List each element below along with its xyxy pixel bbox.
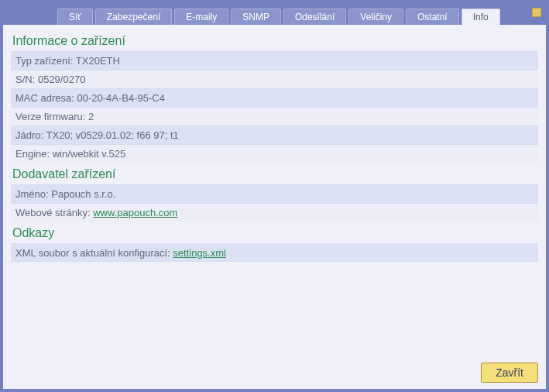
label-firmware: Verze firmwaru: — [15, 111, 85, 122]
row-engine: Engine: win/webkit v.525 — [11, 144, 538, 163]
tab-other[interactable]: Ostatní — [406, 9, 459, 25]
value-vendor-name: Papouch s.r.o. — [51, 188, 115, 200]
tab-quantities[interactable]: Veličiny — [348, 9, 403, 25]
label-xml: XML soubor s aktuální konfigurací: — [15, 247, 170, 259]
link-xml[interactable]: settings.xml — [173, 247, 226, 259]
value-mac: 00-20-4A-B4-95-C4 — [77, 92, 165, 104]
value-firmware: 2 — [88, 111, 94, 122]
label-vendor-name: Jméno: — [15, 188, 49, 200]
corner-indicator — [532, 8, 541, 17]
tab-info[interactable]: Info — [462, 9, 500, 25]
settings-window: Síť Zabezpečení E-maily SNMP Odesílání V… — [0, 0, 549, 392]
tab-sending[interactable]: Odesílání — [283, 9, 346, 25]
row-xml: XML soubor s aktuální konfigurací: setti… — [11, 243, 538, 262]
value-sn: 0529/0270 — [38, 74, 85, 85]
tab-emails[interactable]: E-maily — [174, 9, 228, 25]
close-button[interactable]: Zavřít — [481, 363, 538, 383]
row-mac: MAC adresa: 00-20-4A-B4-95-C4 — [11, 88, 538, 107]
content-area: Informace o zařízení Typ zařízení: TX20E… — [3, 25, 546, 358]
tab-security[interactable]: Zabezpečení — [95, 9, 172, 25]
tab-bar: Síť Zabezpečení E-maily SNMP Odesílání V… — [3, 3, 546, 25]
section-title-links: Odkazy — [11, 222, 538, 243]
value-engine: win/webkit v.525 — [53, 148, 125, 160]
tab-snmp[interactable]: SNMP — [231, 9, 281, 25]
row-vendor-web: Webové stránky: www.papouch.com — [11, 203, 538, 222]
footer: Zavřít — [3, 358, 546, 389]
section-title-vendor: Dodavatel zařízení — [11, 163, 538, 184]
label-engine: Engine: — [15, 148, 50, 160]
tab-network[interactable]: Síť — [57, 9, 93, 25]
label-vendor-web: Webové stránky: — [15, 207, 91, 218]
value-core: TX20; v0529.01.02; f66 97; t1 — [46, 129, 179, 141]
row-vendor-name: Jméno: Papouch s.r.o. — [11, 184, 538, 203]
row-core: Jádro: TX20; v0529.01.02; f66 97; t1 — [11, 126, 538, 144]
link-vendor-web[interactable]: www.papouch.com — [93, 207, 177, 218]
label-core: Jádro: — [15, 129, 43, 141]
row-firmware: Verze firmwaru: 2 — [11, 107, 538, 126]
label-mac: MAC adresa: — [15, 92, 74, 104]
label-device-type: Typ zařízení: — [15, 55, 73, 67]
label-sn: S/N: — [15, 74, 35, 85]
section-title-device-info: Informace o zařízení — [11, 29, 538, 51]
row-sn: S/N: 0529/0270 — [11, 70, 538, 88]
value-device-type: TX20ETH — [76, 55, 120, 67]
row-device-type: Typ zařízení: TX20ETH — [11, 51, 538, 70]
